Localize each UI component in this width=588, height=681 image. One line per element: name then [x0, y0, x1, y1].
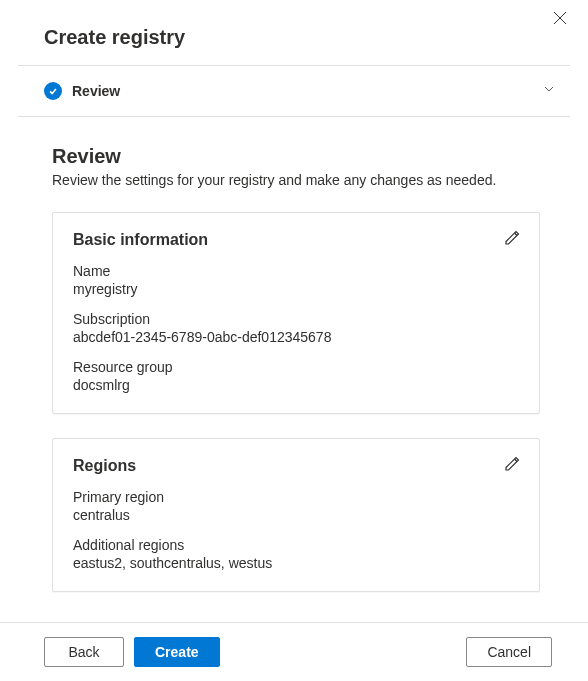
svg-line-3: [515, 459, 518, 462]
pencil-icon: [503, 227, 523, 247]
cancel-button[interactable]: Cancel: [466, 637, 552, 667]
check-circle-icon: [44, 82, 62, 100]
footer: Back Create Cancel: [0, 622, 588, 681]
name-label: Name: [73, 263, 519, 279]
field-primary-region: Primary region centralus: [73, 489, 519, 523]
review-desc: Review the settings for your registry an…: [52, 172, 540, 188]
edit-regions-button[interactable]: [503, 453, 523, 473]
additional-regions-label: Additional regions: [73, 537, 519, 553]
footer-left: Back Create: [44, 637, 220, 667]
subscription-label: Subscription: [73, 311, 519, 327]
close-row: [0, 0, 588, 26]
step-review-header[interactable]: Review: [0, 66, 588, 116]
field-additional-regions: Additional regions eastus2, southcentral…: [73, 537, 519, 571]
content-area: Review Review the settings for your regi…: [0, 117, 588, 622]
create-registry-panel: Create registry Review Review Review the…: [0, 0, 588, 681]
close-icon[interactable]: [552, 10, 568, 26]
basic-info-title: Basic information: [73, 231, 519, 249]
regions-title: Regions: [73, 457, 519, 475]
field-name: Name myregistry: [73, 263, 519, 297]
rg-label: Resource group: [73, 359, 519, 375]
field-resource-group: Resource group docsmlrg: [73, 359, 519, 393]
rg-value: docsmlrg: [73, 377, 519, 393]
step-left: Review: [44, 82, 120, 100]
svg-line-2: [515, 233, 518, 236]
pencil-icon: [503, 453, 523, 473]
field-subscription: Subscription abcdef01-2345-6789-0abc-def…: [73, 311, 519, 345]
title-row: Create registry: [0, 26, 588, 65]
back-button[interactable]: Back: [44, 637, 124, 667]
edit-basic-button[interactable]: [503, 227, 523, 247]
create-button[interactable]: Create: [134, 637, 220, 667]
step-label: Review: [72, 83, 120, 99]
review-title: Review: [52, 145, 540, 168]
regions-card: Regions Primary region centralus Additio…: [52, 438, 540, 592]
subscription-value: abcdef01-2345-6789-0abc-def012345678: [73, 329, 519, 345]
additional-regions-value: eastus2, southcentralus, westus: [73, 555, 519, 571]
name-value: myregistry: [73, 281, 519, 297]
primary-region-label: Primary region: [73, 489, 519, 505]
panel-title: Create registry: [44, 26, 556, 49]
basic-info-card: Basic information Name myregistry Subscr…: [52, 212, 540, 414]
chevron-down-icon: [542, 82, 556, 100]
primary-region-value: centralus: [73, 507, 519, 523]
